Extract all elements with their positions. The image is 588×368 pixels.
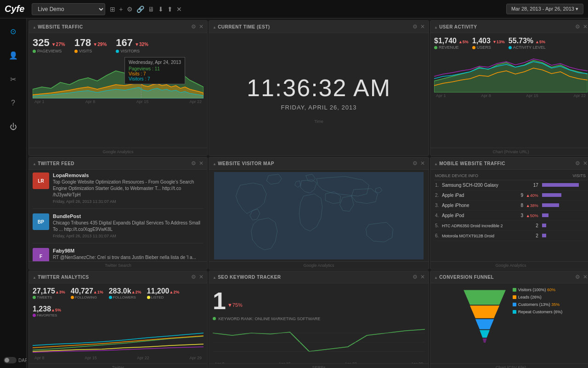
toggle-switch[interactable] — [4, 357, 17, 363]
visits-value: 178▼29% — [74, 37, 107, 49]
close-icon-traffic[interactable]: ✕ — [199, 23, 204, 30]
time-display: 11:36:32 AM FRIDAY, APRIL 26, 2013 — [247, 65, 391, 115]
widget-body-twitter-feed: LR LopaRemovals Top Google Website Optim… — [29, 170, 207, 261]
demo-selector[interactable]: Live Demo — [32, 3, 105, 15]
sidebar-item-tools[interactable]: ✂ — [5, 71, 22, 87]
monitor-icon[interactable]: 🖥 — [148, 6, 154, 13]
widget-title-tw-analytics: TWITTER ANALYTICS — [33, 275, 191, 280]
svg-marker-10 — [464, 290, 506, 305]
close-icon[interactable]: ✕ — [176, 6, 182, 13]
download-icon[interactable]: ⬇ — [158, 6, 164, 13]
funnel-legend: Visitors (100%) 60% Leads (26%) Customer… — [510, 285, 563, 314]
date-range-picker[interactable]: Mar 28, 2013 - Apr 26, 2013 ▾ — [506, 4, 583, 14]
grid-icon[interactable]: ⊞ — [110, 6, 115, 13]
widget-body-funnel: Visitors (100%) 60% Leads (26%) Customer… — [430, 283, 588, 363]
close-icon-time[interactable]: ✕ — [420, 23, 425, 30]
topbar: Cyfe Live Demo ⊞ + ⚙ 🔗 🖥 ⬇ ⬆ ✕ Mar 28, 2… — [0, 0, 588, 18]
widget-header-activity: USER ACTIVITY ⚙ ✕ — [430, 21, 588, 33]
traffic-tooltip: Wednesday, Apr 24, 2013 Pageviews : 11 V… — [124, 57, 185, 84]
svg-marker-13 — [480, 330, 490, 338]
metric-visitors: 167▼32% VISITORS — [116, 37, 148, 53]
close-icon-funnel[interactable]: ✕ — [583, 274, 588, 280]
tweet-item: F Faby98M RT @NenSanezChe: Creí si trov … — [33, 248, 204, 261]
tw-analytics-chart — [33, 320, 204, 355]
sidebar-item-help[interactable]: ? — [5, 95, 22, 111]
settings-icon-seo[interactable]: ⚙ — [413, 274, 418, 280]
table-row: 1. Samsung SCH-I200 Galaxy 17 — [434, 180, 588, 190]
col-device-header: MOBILE DEVICE INFO — [434, 172, 516, 180]
widget-body-tw-analytics: 27,175▲3% TWEETS 40,727▲1% FOLLOWING 283… — [29, 283, 207, 363]
main-grid: WEBSITE TRAFFIC ⚙ ✕ 325▼27% PAGEVIEWS 17… — [27, 18, 588, 368]
widget-header-time: CURRENT TIME (EST) ⚙ ✕ — [209, 21, 429, 33]
settings-icon-activity[interactable]: ⚙ — [575, 23, 580, 30]
twitter-feed-footer: Twitter Search — [29, 261, 207, 269]
activity-xaxis: Apr 1 Apr 8 Apr 15 Apr 22 — [434, 93, 588, 98]
activity-chart — [434, 53, 588, 92]
tweet-item: BP BundlePost Chicago Tribunes 435 Digit… — [33, 213, 204, 243]
close-icon-tw-analytics[interactable]: ✕ — [199, 274, 204, 280]
tweet-content: Faby98M RT @NenSanezChe: Creí si trov da… — [53, 248, 204, 261]
widget-title-activity: USER ACTIVITY — [434, 24, 575, 29]
sidebar-item-power[interactable]: ⏻ — [5, 119, 22, 135]
link-icon[interactable]: 🔗 — [136, 6, 144, 13]
add-icon[interactable]: + — [119, 6, 123, 13]
app-logo: Cyfe — [5, 4, 24, 14]
svg-rect-6 — [214, 172, 424, 259]
mobile-device-table: MOBILE DEVICE INFO VISITS 1. Samsung SCH… — [434, 172, 588, 241]
sidebar-item-dashboard[interactable]: ⊙ — [5, 23, 22, 40]
widget-seo-tracker: SEO KEYWORD TRACKER ⚙ ✕ 1 ▼75% KEYWORD R… — [209, 270, 429, 368]
widget-header-map: WEBSITE VISITOR MAP ⚙ ✕ — [209, 157, 429, 170]
funnel-legend-leads: Leads (26%) — [513, 295, 563, 299]
settings-icon-map[interactable]: ⚙ — [413, 160, 418, 167]
widget-controls-seo: ⚙ ✕ — [413, 274, 425, 280]
settings-icon[interactable]: ⚙ — [127, 6, 133, 13]
close-icon-twitter-feed[interactable]: ✕ — [199, 160, 204, 167]
widget-header-mobile: MOBILE WEBSITE TRAFFIC ⚙ ✕ — [430, 157, 588, 170]
widget-visitor-map: WEBSITE VISITOR MAP ⚙ ✕ — [209, 157, 429, 270]
metric-activity-level: 55.73%▲5% ACTIVITY LEVEL — [509, 37, 546, 50]
table-row: 6. Motorola MOTXT912B Droid 2 — [434, 231, 588, 241]
metric-visits: 178▼29% VISITS — [74, 37, 107, 53]
tw-metric-favorites: 1,238▲5% FAVORITES — [33, 305, 61, 317]
close-icon-seo[interactable]: ✕ — [420, 274, 425, 280]
seo-footer: SERPs — [209, 363, 429, 368]
close-icon-mobile[interactable]: ✕ — [583, 160, 588, 167]
sidebar-item-user[interactable]: 👤 — [5, 47, 22, 63]
funnel-legend-customers: Customers (13%) 35% — [513, 302, 563, 307]
mobile-footer: Google Analytics — [430, 261, 588, 269]
activity-metrics: $1,740▲5% REVENUE 1,403▼13% USERS 55.73%… — [434, 37, 588, 50]
traffic-chart: Wednesday, Apr 24, 2013 Pageviews : 11 V… — [33, 57, 204, 98]
settings-icon-tw-analytics[interactable]: ⚙ — [191, 274, 196, 280]
tw-analytics-metrics: 27,175▲3% TWEETS 40,727▲1% FOLLOWING 283… — [33, 287, 204, 317]
widget-title-funnel: CONVERSION FUNNEL — [434, 275, 575, 280]
settings-icon-funnel[interactable]: ⚙ — [575, 274, 580, 280]
close-icon-map[interactable]: ✕ — [420, 160, 425, 167]
close-icon-activity[interactable]: ✕ — [583, 23, 588, 30]
tw-metric-following: 40,727▲1% FOLLOWING — [71, 287, 103, 299]
tweet-avatar: F — [33, 248, 49, 261]
svg-marker-14 — [482, 339, 486, 343]
tw-metric-tweets: 27,175▲3% TWEETS — [33, 287, 65, 299]
settings-icon-twitter-feed[interactable]: ⚙ — [191, 160, 196, 167]
widget-body-seo: 1 ▼75% KEYWORD RANK: ONLINE MARKETING SO… — [209, 283, 429, 363]
seo-keyword-label: KEYWORD RANK: ONLINE MARKETING SOFTWARE — [213, 316, 425, 321]
widget-header-seo: SEO KEYWORD TRACKER ⚙ ✕ — [209, 271, 429, 283]
tweet-content: BundlePost Chicago Tribunes 435 Digital … — [53, 213, 204, 238]
table-row: 4. Apple iPod 3 ▲50% — [434, 211, 588, 221]
upload-icon[interactable]: ⬆ — [167, 6, 173, 13]
traffic-metrics: 325▼27% PAGEVIEWS 178▼29% VISITS 167▼32%… — [33, 37, 204, 53]
settings-icon-time[interactable]: ⚙ — [413, 23, 418, 30]
widget-controls-funnel: ⚙ ✕ — [575, 274, 588, 280]
map-footer: Google Analytics — [209, 261, 429, 269]
widget-website-traffic: WEBSITE TRAFFIC ⚙ ✕ 325▼27% PAGEVIEWS 17… — [28, 20, 208, 156]
svg-marker-11 — [470, 305, 499, 318]
traffic-footer: Google Analytics — [29, 148, 207, 155]
settings-icon-mobile[interactable]: ⚙ — [575, 160, 580, 167]
metric-pageviews: 325▼27% PAGEVIEWS — [33, 37, 65, 53]
settings-icon-traffic[interactable]: ⚙ — [191, 23, 196, 30]
tweet-avatar: LR — [33, 172, 49, 189]
widget-body-activity: $1,740▲5% REVENUE 1,403▼13% USERS 55.73%… — [430, 33, 588, 148]
widget-controls-mobile: ⚙ ✕ — [575, 160, 588, 167]
widget-conversion-funnel: CONVERSION FUNNEL ⚙ ✕ — [430, 270, 588, 368]
time-footer: Time — [314, 119, 323, 124]
